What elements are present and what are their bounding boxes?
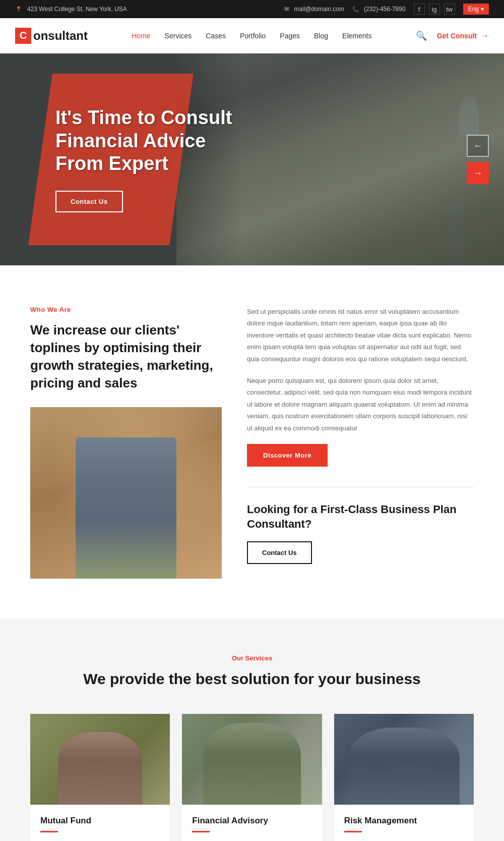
top-bar: 423 West College St, New York, USA mail@…	[0, 0, 504, 18]
services-grid: Mutual Fund Lorem ipsum dolor sit amet, …	[30, 714, 474, 841]
nav-links: Home Services Cases Portfolio Pages Blog…	[132, 32, 371, 40]
service-card-3: Risk Management Lorem ipsum dolor sit am…	[334, 714, 474, 841]
service-card-1-underline	[40, 831, 58, 832]
service-card-2-body: Financial Advisory Lorem ipsum dolor sit…	[182, 805, 322, 841]
phone-text: (232)-456-7890	[364, 6, 406, 13]
who-left-column: Who We Are We increase our clients' topl…	[30, 306, 222, 579]
top-bar-contacts: mail@domain.com (232)-456-7890	[284, 6, 405, 13]
services-label: Our Services	[30, 654, 474, 662]
business-plan-heading: Looking for a First-Class Business Plan …	[247, 502, 474, 531]
hero-contact-button[interactable]: Contact Us	[55, 191, 123, 212]
language-button[interactable]: Eng ▾	[463, 4, 489, 15]
service-card-1-image	[30, 714, 170, 805]
logo-icon: C	[15, 28, 31, 44]
contact-us-button[interactable]: Contact Us	[247, 541, 312, 564]
service-card-2-title: Financial Advisory	[192, 816, 311, 826]
hero-next-arrow[interactable]: →	[467, 162, 489, 184]
service-card-2: Financial Advisory Lorem ipsum dolor sit…	[182, 714, 322, 841]
nav-cases[interactable]: Cases	[206, 32, 226, 40]
facebook-link[interactable]: f	[414, 4, 425, 15]
service-card-3-title: Risk Management	[344, 816, 464, 826]
service-card-2-image	[182, 714, 322, 805]
who-we-are-heading: We increase our clients' toplines by opt…	[30, 321, 222, 392]
nav-blog[interactable]: Blog	[314, 32, 328, 40]
nav-services[interactable]: Services	[165, 32, 192, 40]
service-card-3-body: Risk Management Lorem ipsum dolor sit am…	[334, 805, 474, 841]
service-card-1: Mutual Fund Lorem ipsum dolor sit amet, …	[30, 714, 170, 841]
pin-icon	[15, 6, 24, 13]
nav-pages[interactable]: Pages	[280, 32, 300, 40]
nav-elements[interactable]: Elements	[342, 32, 371, 40]
phone-icon	[352, 6, 361, 13]
service-card-2-underline	[192, 831, 210, 832]
search-icon[interactable]: 🔍	[416, 30, 427, 41]
hero-arrows: ← →	[467, 135, 489, 184]
logo[interactable]: C onsultant	[15, 28, 88, 44]
hero-title: It's Time to Consult Financial Advice Fr…	[55, 106, 252, 176]
who-image-figure	[76, 437, 176, 579]
logo-text: onsultant	[33, 29, 88, 43]
services-heading: We provide the best solution for your bu…	[30, 669, 474, 689]
who-body-2: Neque porro quisquam est, qui dolorem ip…	[247, 375, 474, 434]
service-card-3-image	[334, 714, 474, 805]
email-contact: mail@domain.com	[284, 6, 344, 13]
nav-home[interactable]: Home	[132, 32, 150, 40]
mail-icon	[284, 6, 291, 13]
social-links: f ig tw	[414, 4, 455, 15]
hero-prev-arrow[interactable]: ←	[467, 135, 489, 157]
get-consult-button[interactable]: Get Consult	[437, 31, 489, 40]
nav-right: 🔍 Get Consult	[416, 30, 489, 41]
top-bar-address-section: 423 West College St, New York, USA	[15, 6, 127, 13]
navbar: C onsultant Home Services Cases Portfoli…	[0, 18, 504, 53]
section-divider	[247, 487, 474, 487]
nav-portfolio[interactable]: Portfolio	[240, 32, 266, 40]
discover-more-button[interactable]: Discover More	[247, 444, 328, 467]
who-we-are-section: Who We Are We increase our clients' topl…	[0, 265, 504, 619]
chevron-down-icon: ▾	[481, 6, 484, 13]
twitter-link[interactable]: tw	[444, 4, 455, 15]
email-text: mail@domain.com	[294, 6, 344, 13]
instagram-link[interactable]: ig	[429, 4, 440, 15]
service-card-3-underline	[344, 831, 362, 832]
service-card-1-body: Mutual Fund Lorem ipsum dolor sit amet, …	[30, 805, 170, 841]
who-right-column: Sed ut perspiciatis unde omnis ist natus…	[247, 306, 474, 579]
who-we-are-label: Who We Are	[30, 306, 222, 313]
hero-content: It's Time to Consult Financial Advice Fr…	[0, 106, 252, 212]
who-body-1: Sed ut perspiciatis unde omnis ist natus…	[247, 306, 474, 365]
service-card-1-title: Mutual Fund	[40, 816, 160, 826]
services-section: Our Services We provide the best solutio…	[0, 619, 504, 841]
top-bar-right-section: mail@domain.com (232)-456-7890 f ig tw E…	[284, 4, 489, 15]
address-text: 423 West College St, New York, USA	[27, 6, 127, 13]
who-we-are-image	[30, 407, 222, 579]
hero-section: It's Time to Consult Financial Advice Fr…	[0, 53, 504, 265]
phone-contact: (232)-456-7890	[352, 6, 406, 13]
